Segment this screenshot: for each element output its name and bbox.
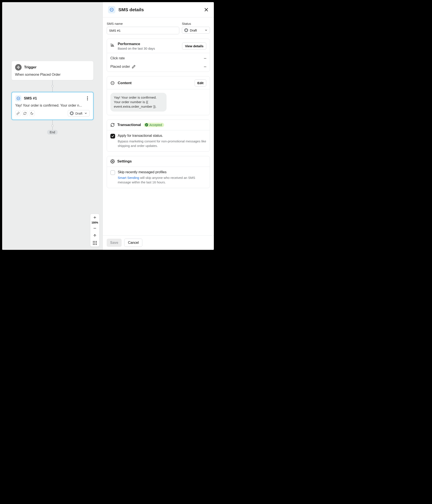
sms-node-status-label: Draft <box>75 112 83 115</box>
metric-value: – <box>204 56 206 61</box>
status-dot-icon <box>70 111 74 115</box>
smart-sending-link[interactable]: Smart Sending <box>118 176 139 180</box>
content-title: Content <box>118 81 131 85</box>
trigger-node[interactable]: Trigger When someone Placed Order <box>11 61 94 80</box>
skip-profiles-checkbox[interactable] <box>110 170 115 175</box>
zoom-level: 100% <box>92 221 98 225</box>
lightning-icon <box>15 64 22 71</box>
end-label: End <box>47 130 58 135</box>
refresh-icon[interactable] <box>22 110 28 116</box>
sms-content-preview: Yay! Your order is confirmed. Your order… <box>110 93 167 112</box>
edit-button[interactable]: Edit <box>195 79 206 87</box>
trigger-description: When someone Placed Order <box>15 73 90 77</box>
moon-icon[interactable] <box>29 110 35 116</box>
bar-chart-icon <box>110 42 115 47</box>
message-icon <box>110 81 115 85</box>
zoom-reset-button[interactable] <box>90 232 99 239</box>
metric-click-rate: Click rate – <box>107 53 210 63</box>
metric-label: Placed order <box>110 65 130 69</box>
sms-node-status-select[interactable]: Draft <box>68 110 90 117</box>
metric-value: – <box>204 64 206 69</box>
performance-subtitle: Based on the last 30 days <box>118 47 155 50</box>
sms-icon <box>108 6 115 13</box>
panel-title: SMS details <box>118 7 144 12</box>
sms-name-input[interactable] <box>107 27 179 34</box>
performance-title: Performance <box>118 42 155 46</box>
transactional-help-text: Bypass marketing consent for non-promoti… <box>118 139 206 148</box>
details-panel: SMS details SMS name Status Draft <box>103 2 214 250</box>
accepted-badge: Accepted <box>144 123 164 127</box>
zoom-out-button[interactable] <box>90 225 99 232</box>
close-button[interactable] <box>204 7 209 12</box>
check-circle-icon <box>145 123 148 126</box>
sms-node-title: SMS #1 <box>24 96 37 100</box>
sms-node[interactable]: SMS #1 Yay! Your order is confirmed. You… <box>11 92 94 120</box>
transactional-checkbox[interactable] <box>110 134 115 138</box>
metric-label: Click rate <box>110 56 125 60</box>
content-card: Content Edit Yay! Your order is confirme… <box>107 76 210 115</box>
connector <box>52 127 53 130</box>
connector <box>52 80 53 85</box>
status-label: Status <box>182 22 210 26</box>
kebab-menu-icon[interactable] <box>85 96 90 100</box>
transactional-checkbox-label: Apply for transactional status. <box>118 134 206 138</box>
svg-marker-0 <box>17 66 20 69</box>
zoom-in-button[interactable] <box>90 214 99 221</box>
zoom-grid-button[interactable] <box>90 239 99 247</box>
pencil-icon[interactable] <box>132 65 136 69</box>
status-dot-icon <box>184 28 188 32</box>
status-value: Draft <box>190 28 197 32</box>
status-select[interactable]: Draft <box>182 27 210 34</box>
accepted-label: Accepted <box>150 123 162 127</box>
settings-title: Settings <box>117 159 132 163</box>
flow-canvas[interactable]: Trigger When someone Placed Order SMS #1 <box>2 2 103 250</box>
chevron-down-icon <box>205 29 207 32</box>
svg-point-15 <box>112 161 113 162</box>
connector <box>52 120 53 125</box>
skip-profiles-label: Skip recently messaged profiles <box>118 170 206 174</box>
transactional-title: Transactional <box>117 123 141 127</box>
metric-placed-order: Placed order – <box>107 63 210 72</box>
sms-preview-text: Yay! Your order is confirmed. Your order… <box>15 104 90 108</box>
trigger-title: Trigger <box>24 65 37 70</box>
gear-icon <box>110 159 115 163</box>
save-button[interactable]: Save <box>107 239 122 247</box>
sms-icon <box>15 95 21 101</box>
refresh-icon <box>110 123 115 127</box>
zoom-controls: 100% <box>90 214 100 247</box>
chevron-down-icon <box>84 112 87 115</box>
attachment-icon[interactable] <box>15 110 21 116</box>
performance-card: Performance Based on the last 30 days Vi… <box>107 39 210 72</box>
connector <box>52 87 53 92</box>
transactional-card: Transactional Accepted Apply for transac <box>107 119 210 152</box>
connector-dot <box>51 125 54 127</box>
connector-dot <box>51 85 54 87</box>
cancel-button[interactable]: Cancel <box>124 239 142 247</box>
settings-card: Settings Skip recently messaged profiles… <box>107 156 210 188</box>
view-details-button[interactable]: View details <box>182 43 206 50</box>
skip-profiles-help: Smart Sending will skip anyone who recei… <box>118 175 206 184</box>
sms-name-label: SMS name <box>107 22 179 26</box>
